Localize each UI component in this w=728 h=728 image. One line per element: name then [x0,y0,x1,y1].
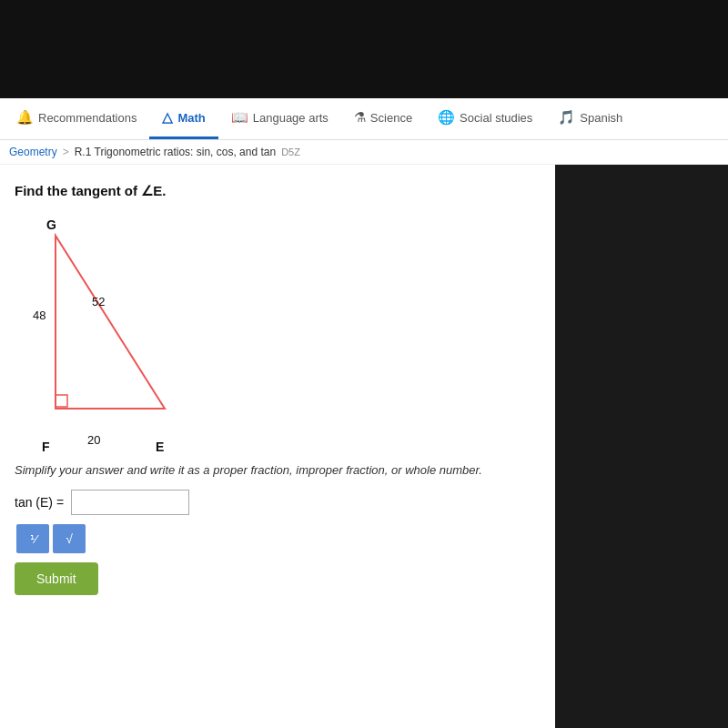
left-panel: Find the tangent of ∠E. G F E 48 52 [0,165,555,728]
tab-language-arts[interactable]: 📖 Language arts [218,98,341,139]
nav-bar: 🔔 Recommendations △ Math 📖 Language arts… [0,98,728,140]
science-icon: ⚗ [354,109,366,126]
breadcrumb-lesson: R.1 Trigonometric ratios: sin, cos, and … [75,146,276,158]
vertex-F-label: F [42,440,50,454]
tab-spanish[interactable]: 🎵 Spanish [545,98,635,139]
side-left-label: 48 [33,308,46,322]
vertex-E-label: E [156,440,164,454]
tab-recommendations[interactable]: 🔔 Recommendations [4,98,149,139]
right-dark-panel [555,165,728,728]
main-content: Find the tangent of ∠E. G F E 48 52 [0,165,555,693]
breadcrumb-separator: > [63,146,69,158]
recommendations-icon: 🔔 [16,109,34,126]
answer-input[interactable] [71,490,189,515]
tab-language-arts-label: Language arts [253,111,329,125]
breadcrumb: Geometry > R.1 Trigonometric ratios: sin… [0,140,728,165]
spanish-icon: 🎵 [558,109,575,126]
math-icon: △ [162,109,173,126]
content-area: Find the tangent of ∠E. G F E 48 52 [0,165,728,728]
tab-math[interactable]: △ Math [149,98,217,139]
tab-math-label: Math [177,111,205,125]
math-buttons: ⅟ √ [16,524,541,553]
tab-social-studies[interactable]: 🌐 Social studies [425,98,545,139]
breadcrumb-subject[interactable]: Geometry [9,146,57,158]
fraction-icon: ⅟ [30,532,36,546]
page-wrapper: 🔔 Recommendations △ Math 📖 Language arts… [0,0,728,728]
svg-rect-1 [56,395,67,407]
triangle-svg [33,217,178,445]
submit-button[interactable]: Submit [15,562,98,595]
triangle-diagram: G F E 48 52 20 [33,217,215,454]
social-studies-icon: 🌐 [438,109,455,126]
tab-social-studies-label: Social studies [460,111,532,125]
sqrt-button[interactable]: √ [53,524,86,553]
instruction-text: Simplify your answer and write it as a p… [15,463,541,477]
fraction-button[interactable]: ⅟ [16,524,49,553]
tab-science[interactable]: ⚗ Science [341,98,425,139]
answer-label: tan (E) = [15,495,64,510]
svg-marker-0 [56,236,165,409]
sqrt-icon: √ [66,531,73,546]
tab-spanish-label: Spanish [580,111,622,125]
language-arts-icon: 📖 [231,109,248,126]
answer-row: tan (E) = [15,490,541,515]
breadcrumb-code: D5Z [281,147,300,157]
side-hyp-label: 52 [92,295,105,308]
top-black-bar [0,0,728,98]
tab-recommendations-label: Recommendations [38,111,136,125]
tab-science-label: Science [370,111,412,125]
side-bottom-label: 20 [87,433,100,447]
vertex-G-label: G [46,217,56,232]
question-prompt: Find the tangent of ∠E. [15,183,541,199]
